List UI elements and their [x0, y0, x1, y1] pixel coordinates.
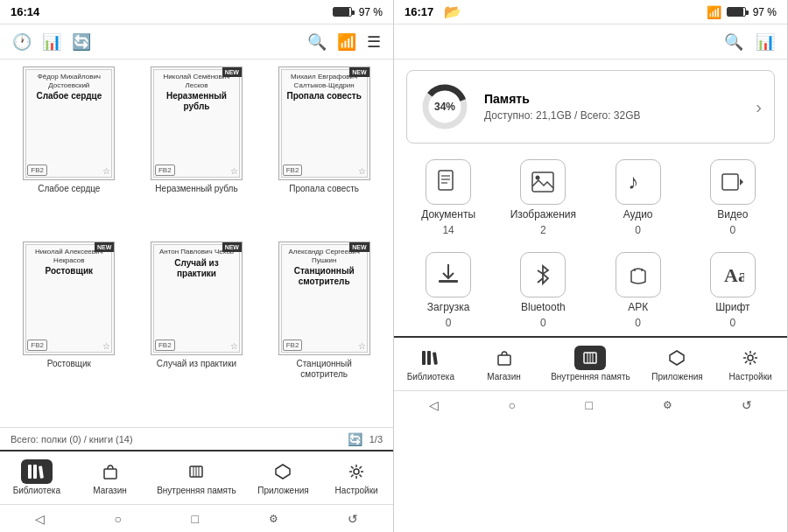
book-item[interactable]: NEWНиколай Алексеевич НекрасовРостовщикF… [9, 242, 130, 420]
book-title: Случай из практики [155, 258, 238, 279]
nav-label: Внутренняя память [551, 372, 630, 382]
nav-label: Настройки [729, 372, 772, 382]
shelves-icon[interactable]: 📊 [42, 32, 61, 52]
search-icon[interactable]: 🔍 [307, 32, 327, 52]
svg-marker-20 [740, 178, 743, 186]
img-icon [520, 159, 566, 205]
right-nav-item-3[interactable]: Приложения [651, 346, 703, 382]
right-system-bar: ◁ ○ □ ⚙ ↺ [394, 390, 787, 418]
filetype-name: Изображения [510, 208, 576, 220]
svg-line-24 [538, 278, 543, 283]
book-item[interactable]: NEWАлександр Сергеевич ПушкинСтанционный… [264, 242, 384, 420]
sync-icon[interactable]: 🔄 [72, 32, 91, 52]
rotate-btn[interactable]: ↺ [348, 512, 358, 526]
book-label: Слабое сердце [38, 184, 100, 194]
storage-donut: 34% [419, 81, 470, 132]
refresh-icon[interactable]: 🔄 [348, 432, 362, 446]
star-icon: ☆ [102, 341, 110, 351]
right-nav-item-2[interactable]: Внутренняя память [551, 346, 630, 382]
home-btn[interactable]: ○ [114, 512, 121, 526]
left-battery-pct: 97 % [359, 6, 383, 18]
filetype-item-audio[interactable]: ♪Аудио0 [591, 150, 686, 243]
right-stats-icon[interactable]: 📊 [756, 32, 775, 52]
footer-text: Всего: полки (0) / книги (14) [11, 434, 133, 444]
filter-icon[interactable]: ☰ [367, 32, 381, 52]
right-settings-btn[interactable]: ⚙ [663, 399, 672, 411]
svg-rect-1 [33, 465, 37, 479]
right-home-btn[interactable]: ○ [508, 398, 515, 412]
right-battery-icon [727, 7, 746, 17]
filetype-count: 2 [540, 224, 546, 236]
book-title: Пропала совесть [286, 91, 361, 102]
nav-icon [21, 459, 53, 484]
history-icon[interactable]: 🕐 [12, 32, 32, 52]
right-status-bar: 16:17 📂 📶 97 % [394, 0, 787, 24]
book-label: Ростовщик [47, 359, 91, 369]
filetype-item-download[interactable]: Загрузка0 [401, 243, 496, 336]
nav-label: Настройки [335, 486, 378, 496]
svg-rect-21 [439, 280, 458, 283]
right-nav-item-0[interactable]: Библиотека [405, 346, 457, 382]
right-search-icon[interactable]: 🔍 [724, 32, 743, 52]
filetype-count: 0 [730, 224, 736, 236]
nav-icon [341, 459, 372, 484]
back-btn[interactable]: ◁ [35, 512, 45, 526]
settings-btn[interactable]: ⚙ [269, 513, 278, 525]
format-badge: FB2 [155, 164, 175, 176]
svg-marker-8 [276, 465, 290, 479]
left-nav-item-0[interactable]: Библиотека [11, 459, 63, 496]
bluetooth-icon [520, 252, 566, 298]
left-nav-item-3[interactable]: Приложения [257, 459, 309, 496]
nav-label: Внутренняя память [157, 486, 236, 496]
star-icon: ☆ [230, 166, 238, 176]
left-nav-item-1[interactable]: Магазин [84, 459, 137, 496]
storage-section[interactable]: 34% Память Доступно: 21,1GB / Всего: 32G… [406, 70, 775, 144]
left-nav-item-4[interactable]: Настройки [330, 459, 383, 496]
book-item[interactable]: Фёдор Михайлович ДостоевскийСлабое сердц… [9, 66, 130, 234]
left-nav-item-2[interactable]: Внутренняя память [157, 459, 236, 496]
download-icon [426, 252, 471, 298]
filetype-item-video[interactable]: Видео0 [686, 150, 780, 243]
filetype-count: 0 [446, 317, 452, 329]
nav-icon [95, 459, 126, 484]
right-nav-item-4[interactable]: Настройки [724, 346, 777, 382]
svg-rect-16 [532, 172, 553, 192]
format-badge: FB2 [27, 164, 47, 176]
book-grid: Фёдор Михайлович ДостоевскийСлабое сердц… [0, 60, 393, 427]
right-bottom-nav: БиблиотекаМагазинВнутренняя памятьПрилож… [394, 336, 787, 390]
book-label: Станционный смотритель [276, 359, 372, 380]
book-title: Слабое сердце [36, 91, 102, 102]
svg-rect-12 [439, 171, 453, 190]
nav-label: Библиотека [407, 372, 454, 382]
folder-icon[interactable]: 📂 [444, 4, 461, 20]
filetype-grid: Документы14Изображения2♪Аудио0Видео0Загр… [401, 150, 780, 336]
filetype-item-font[interactable]: AaШрифт0 [686, 243, 780, 336]
filetype-item-bluetooth[interactable]: Bluetooth0 [496, 243, 590, 336]
storage-arrow-icon: › [756, 97, 762, 117]
book-item[interactable]: NEWМихаил Евграфович Салтыков-ЩедринПроп… [264, 66, 384, 234]
left-battery-icon [333, 7, 352, 17]
storage-info: Память Доступно: 21,1GB / Всего: 32GB [484, 92, 742, 122]
nav-icon [180, 459, 212, 484]
right-rotate-btn[interactable]: ↺ [742, 398, 752, 412]
book-item[interactable]: NEWАнтон Павлович ЧеховСлучай из практик… [137, 242, 257, 420]
svg-rect-29 [427, 351, 431, 365]
nav-icon [267, 459, 299, 484]
svg-text:Aa: Aa [724, 264, 744, 286]
filetype-item-apk[interactable]: АРК0 [591, 243, 686, 336]
page-indicator: 1/3 [369, 434, 383, 444]
nav-label: Библиотека [13, 486, 60, 496]
filetype-name: Документы [421, 208, 475, 220]
right-back-btn[interactable]: ◁ [429, 398, 439, 412]
book-title: Ростовщик [46, 266, 94, 276]
left-system-bar: ◁ ○ □ ⚙ ↺ [0, 504, 393, 532]
recent-btn[interactable]: □ [191, 512, 198, 526]
nav-icon [489, 346, 520, 370]
right-nav-item-1[interactable]: Магазин [478, 346, 531, 382]
filetype-item-img[interactable]: Изображения2 [496, 150, 590, 243]
sort-icon[interactable]: 📶 [337, 32, 356, 52]
right-recent-btn[interactable]: □ [585, 398, 592, 412]
book-item[interactable]: NEWНиколай Семёнович ЛесковНеразменный р… [137, 66, 257, 234]
svg-point-17 [536, 176, 540, 180]
filetype-item-doc[interactable]: Документы14 [401, 150, 496, 243]
